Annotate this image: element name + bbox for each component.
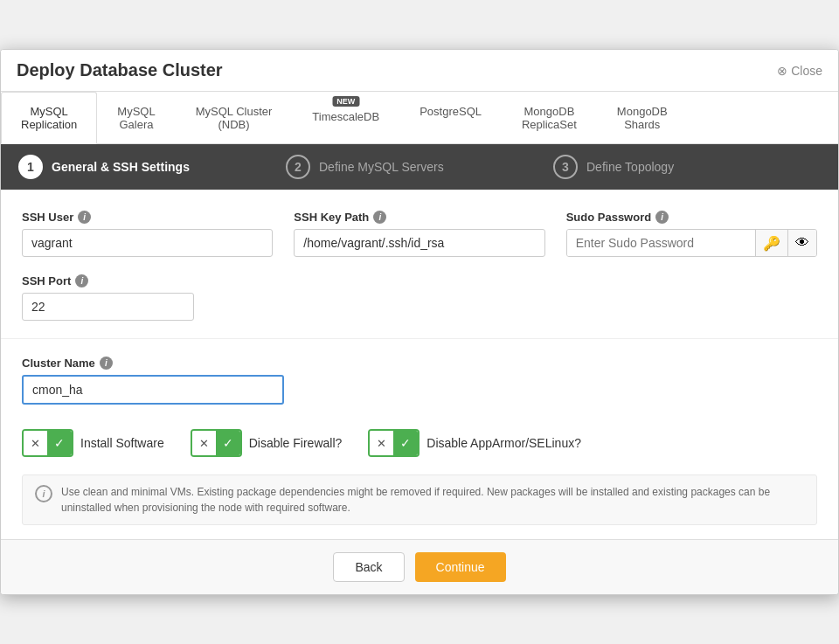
sudo-password-info-icon[interactable]: i: [655, 211, 669, 224]
continue-button[interactable]: Continue: [415, 552, 506, 582]
disable-apparmor-x-button[interactable]: ✕: [370, 431, 393, 455]
info-note: i Use clean and minimal VMs. Existing pa…: [22, 474, 817, 525]
back-button[interactable]: Back: [333, 552, 404, 582]
key-icon-button[interactable]: 🔑: [755, 230, 787, 256]
cluster-name-label: Cluster Name i: [22, 357, 284, 370]
step-2-num: 2: [286, 155, 310, 179]
tab-mysql-replication[interactable]: MySQLReplication: [1, 92, 97, 144]
ssh-user-input[interactable]: [22, 229, 273, 257]
info-note-icon: i: [35, 485, 52, 502]
modal-title: Deploy Database Cluster: [17, 60, 223, 80]
tab-label: MySQLReplication: [21, 105, 77, 131]
cluster-name-info-icon[interactable]: i: [100, 357, 113, 370]
ssh-port-group: SSH Port i: [22, 274, 194, 321]
sudo-password-input[interactable]: [567, 230, 755, 256]
install-software-check-button[interactable]: ✓: [47, 431, 72, 455]
ssh-port-info-icon[interactable]: i: [75, 274, 88, 287]
tab-mysql-galera[interactable]: MySQLGalera: [97, 92, 175, 143]
ssh-user-label: SSH User i: [22, 211, 273, 224]
eye-icon-button[interactable]: 👁: [787, 230, 816, 256]
close-icon: ⊗: [777, 64, 787, 78]
modal-footer: Back Continue: [1, 539, 838, 594]
steps-bar: 1 General & SSH Settings 2 Define MySQL …: [1, 144, 838, 190]
form-row-2: SSH Port i: [22, 274, 817, 321]
new-badge: NEW: [332, 96, 359, 107]
disable-apparmor-item: ✕ ✓ Disable AppArmor/SELinux?: [368, 429, 581, 457]
sudo-password-group: Sudo Password i 🔑 👁: [566, 211, 817, 257]
tab-label: MySQL Cluster(NDB): [196, 105, 273, 131]
tab-mongodb-replicaset[interactable]: MongoDBReplicaSet: [502, 92, 597, 143]
tab-label: MySQLGalera: [117, 105, 155, 131]
ssh-user-info-icon[interactable]: i: [78, 211, 91, 224]
step-3-num: 3: [553, 155, 578, 179]
disable-apparmor-toggle: ✕ ✓: [368, 429, 420, 457]
disable-firewall-item: ✕ ✓ Disable Firewall?: [191, 429, 343, 457]
disable-firewall-toggle: ✕ ✓: [191, 429, 242, 457]
cluster-name-group: Cluster Name i: [22, 357, 284, 405]
step-1-num: 1: [18, 155, 43, 179]
ssh-settings-section: SSH User i SSH Key Path i Sudo Password …: [1, 190, 838, 321]
step-3-label: Define Topology: [586, 160, 674, 174]
tab-label: MongoDBShards: [617, 105, 668, 131]
ssh-user-group: SSH User i: [22, 211, 273, 257]
info-note-text: Use clean and minimal VMs. Existing pack…: [61, 484, 804, 516]
ssh-key-path-info-icon[interactable]: i: [373, 211, 386, 224]
section-divider: [1, 338, 838, 339]
tab-mongodb-shards[interactable]: MongoDBShards: [597, 92, 688, 143]
close-button[interactable]: ⊗ Close: [777, 64, 822, 78]
ssh-port-label: SSH Port i: [22, 274, 194, 287]
tab-timescaledb[interactable]: NEW TimescaleDB: [292, 92, 399, 143]
ssh-key-path-label: SSH Key Path i: [294, 211, 544, 224]
checkboxes-row: ✕ ✓ Install Software ✕ ✓ Disable Firewal…: [1, 419, 838, 467]
install-software-item: ✕ ✓ Install Software: [22, 429, 164, 457]
tab-postgresql[interactable]: PostgreSQL: [399, 92, 502, 143]
disable-apparmor-label: Disable AppArmor/SELinux?: [426, 436, 581, 450]
step-1-label: General & SSH Settings: [52, 160, 190, 174]
disable-firewall-check-button[interactable]: ✓: [216, 431, 240, 455]
tab-mysql-cluster[interactable]: MySQL Cluster(NDB): [176, 92, 293, 143]
disable-firewall-label: Disable Firewall?: [249, 436, 343, 450]
disable-firewall-x-button[interactable]: ✕: [192, 431, 216, 455]
modal-header: Deploy Database Cluster ⊗ Close: [1, 50, 838, 92]
tab-label: MongoDBReplicaSet: [522, 105, 577, 131]
disable-apparmor-check-button[interactable]: ✓: [393, 431, 418, 455]
sudo-password-label: Sudo Password i: [566, 211, 817, 224]
cluster-name-input[interactable]: [22, 375, 284, 405]
tab-label: TimescaleDB: [312, 110, 379, 123]
deploy-modal: Deploy Database Cluster ⊗ Close MySQLRep…: [0, 49, 839, 595]
close-label: Close: [791, 64, 822, 78]
step-3: 3 Define Topology: [553, 155, 821, 179]
cluster-section: Cluster Name i: [1, 357, 838, 405]
tab-label: PostgreSQL: [420, 105, 482, 118]
tab-bar: MySQLReplication MySQLGalera MySQL Clust…: [1, 92, 838, 144]
install-software-x-button[interactable]: ✕: [24, 431, 47, 455]
ssh-key-path-group: SSH Key Path i: [294, 211, 544, 257]
step-2: 2 Define MySQL Servers: [286, 155, 553, 179]
ssh-port-input[interactable]: [22, 293, 194, 321]
install-software-label: Install Software: [80, 436, 164, 450]
ssh-key-path-input[interactable]: [294, 229, 544, 257]
form-row-1: SSH User i SSH Key Path i Sudo Password …: [22, 211, 817, 257]
sudo-password-wrapper: 🔑 👁: [566, 229, 817, 257]
step-1: 1 General & SSH Settings: [18, 155, 286, 179]
step-2-label: Define MySQL Servers: [319, 160, 444, 174]
install-software-toggle: ✕ ✓: [22, 429, 73, 457]
